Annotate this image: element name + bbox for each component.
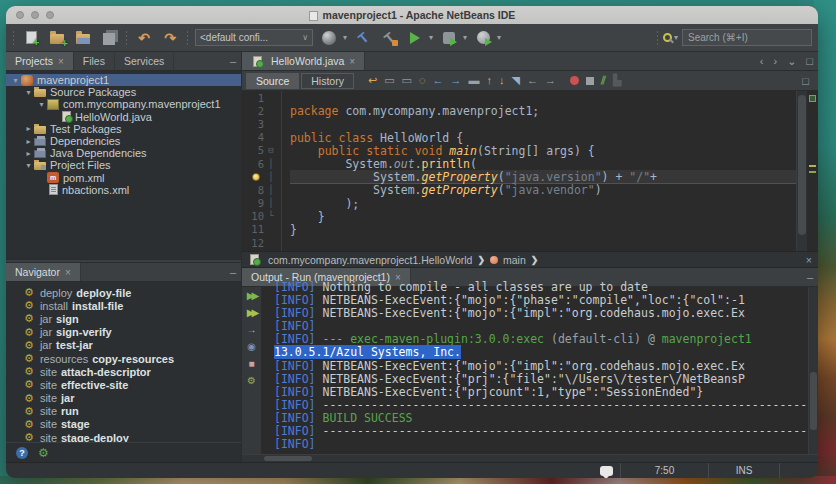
set-configuration-button[interactable] [319, 28, 339, 48]
previous-bookmark-icon[interactable]: ↑ [487, 75, 493, 86]
navigator-item-jar-test-jar[interactable]: ⚙jartest-jar [6, 339, 241, 352]
help-icon[interactable]: ? [16, 447, 28, 459]
navigator-item-site-jar[interactable]: ⚙sitejar [6, 392, 241, 405]
navigator-item-site-effective-site[interactable]: ⚙siteeffective-site [6, 378, 241, 391]
navigator-item-site-attach-descriptor[interactable]: ⚙siteattach-descriptor [6, 365, 241, 378]
output-console[interactable]: [INFO] Nothing to compile - all classes … [262, 281, 808, 454]
scroll-tabs-right-button[interactable]: › [768, 52, 782, 70]
close-icon[interactable]: × [65, 267, 71, 278]
close-icon[interactable]: × [806, 254, 812, 266]
notifications-icon[interactable] [600, 466, 613, 476]
tree-item-source-packages[interactable]: ▾Source Packages [6, 86, 241, 98]
tree-toggle-icon[interactable]: ▸ [23, 124, 34, 133]
tab-list-button[interactable]: ⌄ [782, 52, 801, 70]
tree-toggle-icon[interactable]: ▾ [10, 76, 21, 85]
undo-button[interactable]: ↶ [134, 28, 154, 48]
navigator-item-resources-copy-resources[interactable]: ⚙resourcescopy-resources [6, 352, 241, 365]
navigator-item-deploy-deploy-file[interactable]: ⚙deploydeploy-file [6, 286, 241, 299]
jump-forward-icon[interactable]: ▭ [402, 75, 412, 86]
run-project-button[interactable] [405, 28, 425, 48]
run-again-icon[interactable]: → [247, 325, 257, 335]
find-in-output-icon[interactable]: ◉ [247, 342, 256, 352]
code-area[interactable]: package com.mycompany.mavenproject1;publ… [282, 91, 796, 251]
save-all-button[interactable] [99, 28, 119, 48]
fold-marker[interactable]: │ [264, 185, 278, 195]
output-horizontal-scrollbar[interactable] [242, 454, 818, 462]
fold-marker[interactable]: │ [264, 159, 278, 169]
breadcrumb-method[interactable]: main [503, 254, 526, 266]
breadcrumb-class[interactable]: com.mycompany.mavenproject1.HelloWorld [268, 254, 472, 266]
next-occurrence-icon[interactable]: → [451, 75, 462, 86]
fold-marker[interactable]: ⊟ [264, 145, 278, 155]
close-icon[interactable]: × [58, 56, 64, 67]
toggle-highlight-icon[interactable]: ▬ [469, 75, 480, 86]
next-bookmark-icon[interactable]: ↓ [499, 75, 505, 86]
tab-services[interactable]: Services [115, 52, 174, 70]
navigator-item-jar-sign[interactable]: ⚙jarsign [6, 312, 241, 325]
editor-scrollbar[interactable] [796, 91, 807, 251]
rerun-with-params-icon[interactable]: ▶▶ [247, 308, 256, 318]
tab-projects[interactable]: Projects× [6, 52, 74, 70]
stop-macro-recording-icon[interactable] [586, 77, 594, 85]
tree-item-dependencies[interactable]: ▸Dependencies [6, 135, 241, 147]
source-view-button[interactable]: Source [246, 73, 299, 89]
tree-item-mavenproject1[interactable]: ▾mavenproject1 [6, 74, 241, 86]
output-settings-icon[interactable]: ⚙ [247, 376, 256, 386]
redo-button[interactable]: ↷ [160, 28, 180, 48]
history-view-button[interactable]: History [301, 73, 354, 89]
navigator-item-site-stage-deploy[interactable]: ⚙sitestage-deploy [6, 431, 241, 442]
maximize-editor-button[interactable]: □ [801, 52, 818, 70]
tree-item-java-dependencies[interactable]: ▸Java Dependencies [6, 147, 241, 159]
navigator-item-jar-sign-verify[interactable]: ⚙jarsign-verify [6, 326, 241, 339]
toggle-bookmark-icon[interactable]: ◥ [512, 75, 520, 86]
settings-gear-icon[interactable]: ⚙ [38, 446, 49, 460]
tree-item-pom-xml[interactable]: mpom.xml [6, 172, 241, 184]
build-project-button[interactable]: T [353, 28, 373, 48]
hint-mark[interactable] [809, 171, 816, 173]
scrollbar-thumb[interactable] [810, 372, 817, 430]
open-project-button[interactable] [73, 28, 93, 48]
scrollbar-thumb[interactable] [264, 456, 312, 461]
fold-marker[interactable]: └ [264, 211, 278, 221]
maximize-editor-button[interactable]: □ [797, 75, 814, 87]
forward-icon[interactable]: → [545, 75, 556, 86]
last-edited-icon[interactable]: ↩ [368, 75, 377, 86]
start-macro-recording-icon[interactable] [570, 76, 579, 85]
fold-marker[interactable]: │ [264, 172, 278, 182]
tree-toggle-icon[interactable]: ▾ [23, 88, 34, 97]
search-input[interactable] [682, 29, 812, 46]
tree-item-project-files[interactable]: ▾Project Files [6, 159, 241, 171]
comment-icon[interactable]: ⫽ [601, 75, 606, 86]
fold-marker[interactable]: │ [264, 198, 278, 208]
navigator-item-site-run[interactable]: ⚙siterun [6, 405, 241, 418]
output-scrollbar[interactable] [808, 287, 818, 454]
scroll-tabs-left-button[interactable]: ‹ [755, 52, 769, 70]
tree-toggle-icon[interactable]: ▸ [23, 149, 34, 158]
new-file-button[interactable] [21, 28, 41, 48]
close-icon[interactable]: × [349, 56, 355, 67]
project-configuration-select[interactable]: <default confi...∨ [195, 29, 313, 46]
tab-helloworld-java[interactable]: HelloWorld.java× [242, 52, 365, 70]
scrollbar-thumb[interactable] [798, 95, 806, 235]
tree-item-nbactions-xml[interactable]: nbactions.xml [6, 184, 241, 196]
minimize-panel-button[interactable]: – [225, 263, 241, 281]
debug-project-button[interactable] [439, 28, 459, 48]
tree-toggle-icon[interactable]: ▾ [36, 100, 47, 109]
profile-project-button[interactable] [473, 28, 493, 48]
hint-mark[interactable] [809, 165, 816, 167]
tree-item-com-mycompany-mavenproject1[interactable]: ▾com.mycompany.mavenproject1 [6, 98, 241, 110]
tab-files[interactable]: Files [74, 52, 115, 70]
tree-item-helloworld-java[interactable]: HelloWorld.java [6, 111, 241, 123]
tree-toggle-icon[interactable]: ▾ [23, 161, 34, 170]
code-editor[interactable]: 12345⊟6││8│9│10└1112 package com.mycompa… [242, 91, 818, 251]
navigator-item-install-install-file[interactable]: ⚙installinstall-file [6, 299, 241, 312]
tree-toggle-icon[interactable]: ▸ [23, 137, 34, 146]
back-icon[interactable]: ← [527, 75, 538, 86]
hint-lightbulb-icon[interactable] [252, 173, 260, 181]
find-selection-icon[interactable]: ◌ [419, 75, 426, 86]
new-project-button[interactable] [47, 28, 67, 48]
previous-occurrence-icon[interactable]: ← [433, 75, 444, 86]
stop-run-icon[interactable]: ■ [248, 359, 254, 369]
jump-back-icon[interactable]: ▭ [384, 75, 394, 86]
navigator-item-site-stage[interactable]: ⚙sitestage [6, 418, 241, 431]
